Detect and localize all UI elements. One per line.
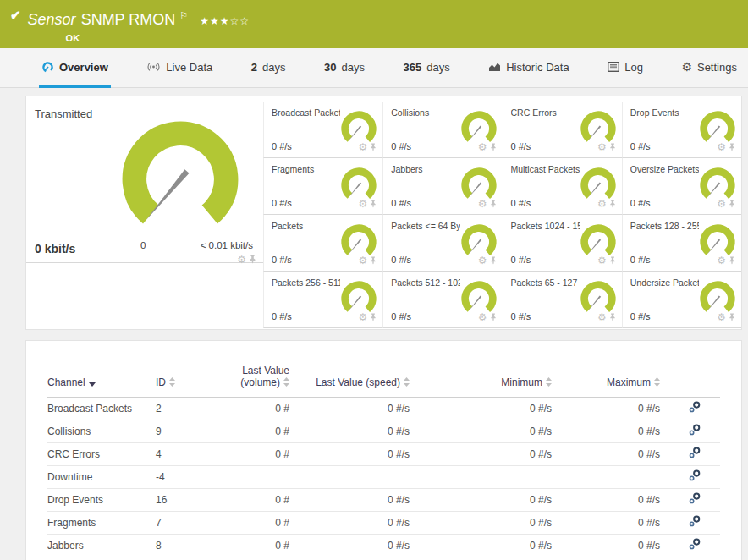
gauge-cell[interactable]: Packets 512 - 1023 Byt...0 #/s⚙ xyxy=(382,272,502,328)
gauge-settings-gear-icon[interactable]: ⚙ xyxy=(597,199,607,209)
gauge-cell[interactable]: Packets <= 64 Byte0 #/s⚙ xyxy=(382,215,502,272)
gauge-pin-icon[interactable] xyxy=(729,140,735,155)
gauge-pin-icon[interactable] xyxy=(249,252,256,267)
edit-channel-icon[interactable] xyxy=(689,472,701,484)
main-gauge-cell[interactable]: Transmitted 0 < 0.01 kbit/s 0 kbit/s ⚙ xyxy=(26,96,263,263)
gauge-cell[interactable]: Jabbers0 #/s⚙ xyxy=(382,158,502,215)
gauge-settings-gear-icon[interactable]: ⚙ xyxy=(717,255,726,266)
gauge-pin-icon[interactable] xyxy=(609,196,616,211)
gauge-pin-icon[interactable] xyxy=(729,196,735,211)
gauge-cell[interactable]: Packets 1024 - 1518 B...0 #/s⚙ xyxy=(503,215,622,272)
edit-channel-icon[interactable] xyxy=(689,495,701,507)
last-value-speed: 0 #/s xyxy=(289,511,410,534)
column-header-last-value-volume-[interactable]: Last Value (volume) xyxy=(205,353,289,397)
tab-365-days[interactable]: 365days xyxy=(401,48,453,88)
gauge-settings-gear-icon[interactable]: ⚙ xyxy=(358,142,367,152)
column-header-channel[interactable]: Channel xyxy=(47,353,156,397)
gauge-settings-gear-icon[interactable]: ⚙ xyxy=(478,142,487,152)
gauge-settings-gear-icon[interactable]: ⚙ xyxy=(478,255,487,266)
gauge-pin-icon[interactable] xyxy=(490,253,497,268)
gauge-cell[interactable]: Multicast Packets0 #/s⚙ xyxy=(503,158,622,215)
edit-channel-icon[interactable] xyxy=(689,449,701,461)
sort-toggle-icon xyxy=(280,376,289,388)
gauge-cell-value: 0 #/s xyxy=(391,141,411,151)
sensor-status-header: ✔ SensorSNMP RMON⚐★★★☆☆ OK xyxy=(0,0,748,48)
gauge-settings-gear-icon[interactable]: ⚙ xyxy=(597,312,607,322)
gauge-cell-title: Collisions xyxy=(391,107,459,118)
gauge-pin-icon[interactable] xyxy=(490,140,497,155)
gauge-pin-icon[interactable] xyxy=(370,196,377,211)
tab-historic-data[interactable]: Historic Data xyxy=(486,48,571,88)
priority-flag-icon[interactable]: ⚐ xyxy=(179,10,188,20)
gauge-settings-gear-icon[interactable]: ⚙ xyxy=(717,199,726,209)
tab-overview[interactable]: Overview xyxy=(39,48,111,88)
tab-label: days xyxy=(342,61,365,74)
gauge-settings-gear-icon[interactable]: ⚙ xyxy=(478,199,487,209)
channel-row: Downtime-4 xyxy=(47,465,720,488)
gauge-settings-gear-icon[interactable]: ⚙ xyxy=(597,142,607,152)
gauge-pin-icon[interactable] xyxy=(609,310,616,325)
gauge-pin-icon[interactable] xyxy=(609,140,616,155)
gauge-cell[interactable]: Fragments0 #/s⚙ xyxy=(263,158,382,215)
gauge-cell[interactable]: Oversize Packets0 #/s⚙ xyxy=(622,158,741,215)
maximum-value: 0 #/s xyxy=(552,442,660,465)
gauge-pin-icon[interactable] xyxy=(729,310,735,325)
last-value-speed: 0 #/s xyxy=(289,488,410,511)
last-value-volume: 0 # xyxy=(205,420,289,442)
gauge-settings-gear-icon[interactable]: ⚙ xyxy=(358,312,367,322)
gauge-pin-icon[interactable] xyxy=(370,140,377,155)
tab-live-data[interactable]: Live Data xyxy=(144,48,215,88)
gauge-settings-gear-icon[interactable]: ⚙ xyxy=(358,199,367,209)
edit-channel-icon[interactable] xyxy=(689,426,701,438)
gauge-settings-gear-icon[interactable]: ⚙ xyxy=(358,255,367,266)
tab-label: Log xyxy=(624,61,643,74)
channel-id: 8 xyxy=(156,534,205,557)
gauge-pin-icon[interactable] xyxy=(370,310,377,325)
edit-channel-icon[interactable] xyxy=(689,518,701,530)
gauge-cell[interactable]: Drop Events0 #/s⚙ xyxy=(622,102,741,158)
gauge-pin-icon[interactable] xyxy=(490,196,497,211)
tab-label: days xyxy=(262,61,285,74)
maximum-value: 0 #/s xyxy=(552,534,660,557)
tab-label: Live Data xyxy=(166,61,212,74)
last-value-speed: 0 #/s xyxy=(289,397,410,420)
gauge-cell-title: Packets 65 - 127 Bytes xyxy=(511,277,580,288)
gauge-cell[interactable]: Packets 65 - 127 Bytes0 #/s⚙ xyxy=(503,272,622,328)
channel-name: Downtime xyxy=(47,465,156,488)
gauge-cell[interactable]: Undersize Packets0 #/s⚙ xyxy=(622,272,741,328)
column-label: Last Value (speed) xyxy=(316,376,400,388)
tab-log[interactable]: Log xyxy=(605,48,646,88)
gauge-cell[interactable]: Collisions0 #/s⚙ xyxy=(382,102,502,158)
gauge-cell-value: 0 #/s xyxy=(272,255,292,265)
gauge-cell[interactable]: Packets 256 - 511 Bytes0 #/s⚙ xyxy=(263,272,382,328)
last-value-speed: 0 #/s xyxy=(289,442,410,465)
tab-30-days[interactable]: 30days xyxy=(322,48,367,88)
gauge-cell[interactable]: Broadcast Packets0 #/s⚙ xyxy=(263,102,382,158)
gauge-settings-gear-icon[interactable]: ⚙ xyxy=(597,255,607,266)
tab-label: days xyxy=(426,61,449,74)
channel-row: Collisions90 #0 #/s0 #/s0 #/s xyxy=(47,420,720,442)
tab-settings[interactable]: ⚙Settings xyxy=(679,48,740,88)
gauge-pin-icon[interactable] xyxy=(490,310,497,325)
main-gauge-title: Transmitted xyxy=(35,107,92,120)
tab-2-days[interactable]: 2days xyxy=(249,48,289,88)
gauge-cell[interactable]: Packets0 #/s⚙ xyxy=(263,215,382,272)
column-header-maximum[interactable]: Maximum xyxy=(552,353,660,397)
gauge-cell-title: Multicast Packets xyxy=(511,164,580,174)
gauge-pin-icon[interactable] xyxy=(370,253,377,268)
gauge-cell[interactable]: Packets 128 - 255 Bytes0 #/s⚙ xyxy=(622,215,741,272)
column-header-id[interactable]: ID xyxy=(156,353,205,397)
edit-channel-icon[interactable] xyxy=(689,541,701,552)
gauge-settings-gear-icon[interactable]: ⚙ xyxy=(717,142,726,152)
gauge-cell[interactable]: CRC Errors0 #/s⚙ xyxy=(503,102,622,158)
gauge-pin-icon[interactable] xyxy=(729,253,735,268)
column-header-last-value-speed-[interactable]: Last Value (speed) xyxy=(289,353,410,397)
gauge-settings-gear-icon[interactable]: ⚙ xyxy=(237,255,246,265)
gauge-settings-gear-icon[interactable]: ⚙ xyxy=(478,312,487,322)
favorite-stars[interactable]: ★★★☆☆ xyxy=(200,15,250,27)
gauge-settings-gear-icon[interactable]: ⚙ xyxy=(717,312,726,322)
edit-channel-icon[interactable] xyxy=(689,404,701,415)
gauge-pin-icon[interactable] xyxy=(609,253,616,268)
column-header-minimum[interactable]: Minimum xyxy=(410,353,552,397)
gauge-cell-value: 0 #/s xyxy=(511,198,531,208)
